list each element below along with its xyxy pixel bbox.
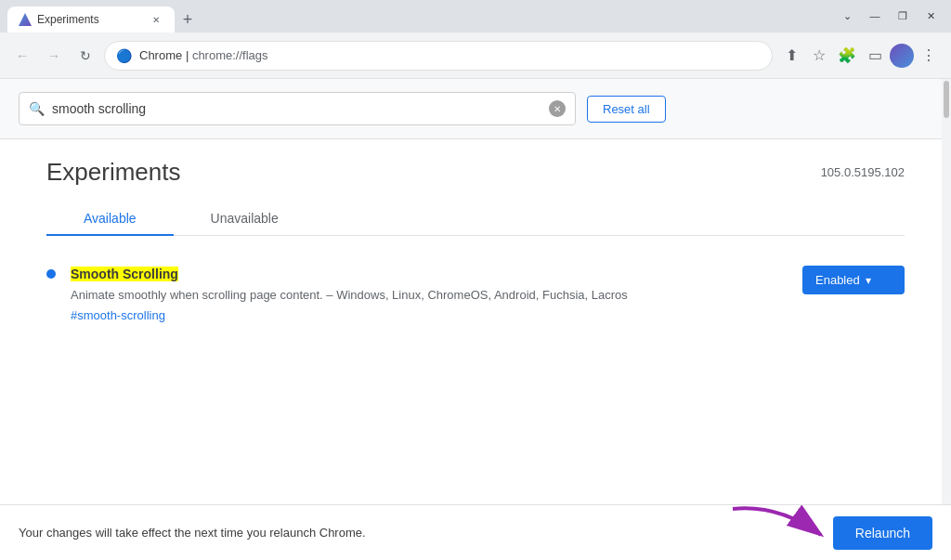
enabled-dropdown-button[interactable]: Enabled ▾ [802, 266, 905, 294]
chevron-down-icon: ▾ [866, 274, 871, 287]
reset-all-button[interactable]: Reset all [587, 96, 666, 123]
tab-title: Experiments [37, 13, 143, 26]
search-clear-button[interactable]: ✕ [549, 100, 566, 117]
address-text: Chrome | chrome://flags [139, 48, 268, 62]
experiments-content: Experiments 105.0.5195.102 Available Una… [0, 139, 951, 348]
page-header: Experiments 105.0.5195.102 [46, 158, 905, 187]
title-bar: Experiments ✕ + ⌄ — ❐ ✕ [0, 0, 951, 33]
close-button[interactable]: ✕ [918, 3, 944, 29]
maximize-button[interactable]: ❐ [890, 3, 916, 29]
search-input[interactable]: smooth scrolling [52, 101, 541, 116]
toolbar: ← → ↻ 🔵 Chrome | chrome://flags ⬆ ☆ 🧩 ▭ … [0, 33, 951, 79]
tab-unavailable[interactable]: Unavailable [174, 202, 316, 235]
page-title: Experiments [46, 158, 181, 187]
minimize-button[interactable]: — [862, 3, 888, 29]
purple-arrow-icon [723, 500, 835, 546]
tab-favicon [19, 13, 32, 26]
security-icon: 🔵 [116, 48, 132, 63]
reload-button[interactable]: ↻ [72, 43, 98, 69]
menu-button[interactable]: ⋮ [916, 43, 942, 69]
profile-avatar[interactable] [890, 44, 914, 68]
bottom-bar: Your changes will take effect the next t… [0, 504, 951, 560]
active-tab[interactable]: Experiments ✕ [7, 7, 175, 33]
relaunch-button[interactable]: Relaunch [833, 516, 932, 550]
new-tab-button[interactable]: + [175, 7, 201, 33]
scrollbar[interactable] [942, 79, 951, 560]
tabs-container: Available Unavailable [46, 202, 905, 236]
experiment-item: Smooth Scrolling Animate smoothly when s… [46, 258, 905, 330]
tab-close-button[interactable]: ✕ [149, 12, 163, 27]
main-content: 🔍 smooth scrolling ✕ Reset all Experimen… [0, 79, 951, 504]
search-section: 🔍 smooth scrolling ✕ Reset all [0, 79, 951, 139]
experiment-info: Smooth Scrolling Animate smoothly when s… [71, 266, 788, 322]
address-bar[interactable]: 🔵 Chrome | chrome://flags [104, 41, 773, 71]
search-box[interactable]: 🔍 smooth scrolling ✕ [19, 92, 576, 125]
experiment-name: Smooth Scrolling [71, 267, 178, 281]
experiment-description: Animate smoothly when scrolling page con… [71, 286, 788, 305]
experiment-status-dot [46, 269, 56, 279]
bookmark-button[interactable]: ☆ [806, 43, 832, 69]
version-number: 105.0.5195.102 [821, 165, 905, 179]
search-icon: 🔍 [29, 101, 45, 116]
relaunch-area: Relaunch [833, 516, 932, 550]
share-button[interactable]: ⬆ [778, 43, 804, 69]
tab-available[interactable]: Available [46, 202, 174, 235]
enabled-label: Enabled [815, 273, 860, 287]
address-separator: | [186, 48, 192, 62]
experiment-link[interactable]: #smooth-scrolling [71, 308, 788, 322]
address-domain: Chrome [139, 48, 182, 62]
extensions-button[interactable]: 🧩 [834, 43, 860, 69]
scrollbar-thumb[interactable] [944, 81, 949, 118]
cast-button[interactable]: ▭ [862, 43, 888, 69]
back-button[interactable]: ← [9, 43, 35, 69]
toolbar-actions: ⬆ ☆ 🧩 ▭ ⋮ [778, 43, 942, 69]
forward-button[interactable]: → [41, 43, 67, 69]
bottom-message: Your changes will take effect the next t… [19, 526, 366, 540]
window-controls: ⌄ — ❐ ✕ [834, 3, 944, 33]
chevron-down-button[interactable]: ⌄ [834, 3, 860, 29]
address-path: chrome://flags [192, 48, 268, 62]
